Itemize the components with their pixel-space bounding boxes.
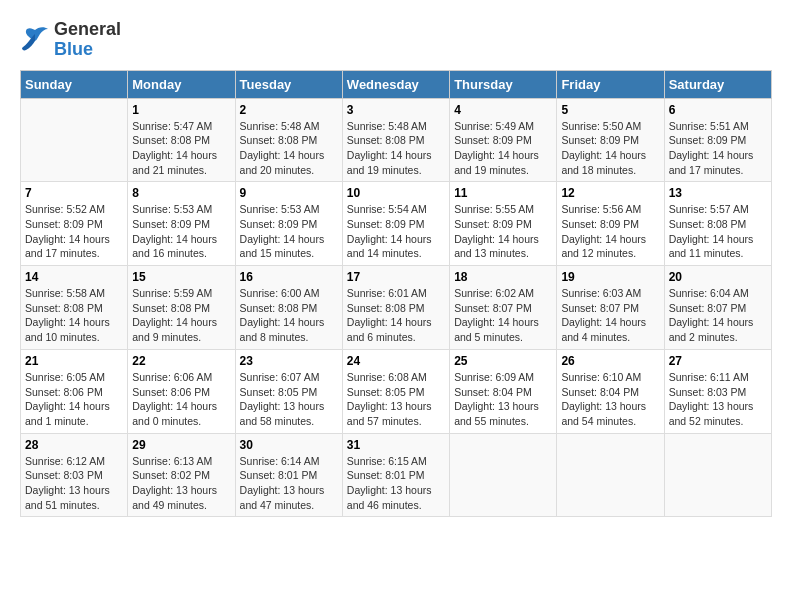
- day-number: 7: [25, 186, 123, 200]
- day-info: Sunrise: 6:12 AMSunset: 8:03 PMDaylight:…: [25, 454, 123, 513]
- day-number: 25: [454, 354, 552, 368]
- day-number: 4: [454, 103, 552, 117]
- day-number: 31: [347, 438, 445, 452]
- calendar-cell: [664, 433, 771, 517]
- day-info: Sunrise: 5:51 AMSunset: 8:09 PMDaylight:…: [669, 119, 767, 178]
- day-info: Sunrise: 6:07 AMSunset: 8:05 PMDaylight:…: [240, 370, 338, 429]
- calendar-cell: 21Sunrise: 6:05 AMSunset: 8:06 PMDayligh…: [21, 349, 128, 433]
- logo-bird-icon: [20, 26, 50, 54]
- calendar-cell: 29Sunrise: 6:13 AMSunset: 8:02 PMDayligh…: [128, 433, 235, 517]
- calendar-cell: 3Sunrise: 5:48 AMSunset: 8:08 PMDaylight…: [342, 98, 449, 182]
- day-info: Sunrise: 5:55 AMSunset: 8:09 PMDaylight:…: [454, 202, 552, 261]
- day-info: Sunrise: 6:10 AMSunset: 8:04 PMDaylight:…: [561, 370, 659, 429]
- calendar-cell: 23Sunrise: 6:07 AMSunset: 8:05 PMDayligh…: [235, 349, 342, 433]
- calendar-cell: 31Sunrise: 6:15 AMSunset: 8:01 PMDayligh…: [342, 433, 449, 517]
- column-header-saturday: Saturday: [664, 70, 771, 98]
- calendar-cell: 22Sunrise: 6:06 AMSunset: 8:06 PMDayligh…: [128, 349, 235, 433]
- day-number: 16: [240, 270, 338, 284]
- day-info: Sunrise: 6:02 AMSunset: 8:07 PMDaylight:…: [454, 286, 552, 345]
- day-info: Sunrise: 6:08 AMSunset: 8:05 PMDaylight:…: [347, 370, 445, 429]
- day-info: Sunrise: 5:54 AMSunset: 8:09 PMDaylight:…: [347, 202, 445, 261]
- day-info: Sunrise: 5:58 AMSunset: 8:08 PMDaylight:…: [25, 286, 123, 345]
- column-header-monday: Monday: [128, 70, 235, 98]
- column-header-friday: Friday: [557, 70, 664, 98]
- calendar-cell: 2Sunrise: 5:48 AMSunset: 8:08 PMDaylight…: [235, 98, 342, 182]
- logo-text-general: General: [54, 20, 121, 40]
- day-info: Sunrise: 6:14 AMSunset: 8:01 PMDaylight:…: [240, 454, 338, 513]
- day-info: Sunrise: 6:04 AMSunset: 8:07 PMDaylight:…: [669, 286, 767, 345]
- day-info: Sunrise: 5:49 AMSunset: 8:09 PMDaylight:…: [454, 119, 552, 178]
- calendar-cell: 8Sunrise: 5:53 AMSunset: 8:09 PMDaylight…: [128, 182, 235, 266]
- calendar-body: 1Sunrise: 5:47 AMSunset: 8:08 PMDaylight…: [21, 98, 772, 517]
- day-number: 23: [240, 354, 338, 368]
- calendar-cell: 5Sunrise: 5:50 AMSunset: 8:09 PMDaylight…: [557, 98, 664, 182]
- calendar-cell: 12Sunrise: 5:56 AMSunset: 8:09 PMDayligh…: [557, 182, 664, 266]
- calendar-cell: 16Sunrise: 6:00 AMSunset: 8:08 PMDayligh…: [235, 266, 342, 350]
- day-info: Sunrise: 6:11 AMSunset: 8:03 PMDaylight:…: [669, 370, 767, 429]
- day-number: 22: [132, 354, 230, 368]
- page-header: General Blue: [20, 20, 772, 60]
- calendar-cell: 1Sunrise: 5:47 AMSunset: 8:08 PMDaylight…: [128, 98, 235, 182]
- column-header-thursday: Thursday: [450, 70, 557, 98]
- day-number: 27: [669, 354, 767, 368]
- day-info: Sunrise: 5:48 AMSunset: 8:08 PMDaylight:…: [240, 119, 338, 178]
- day-number: 11: [454, 186, 552, 200]
- day-number: 12: [561, 186, 659, 200]
- day-number: 2: [240, 103, 338, 117]
- calendar-cell: 11Sunrise: 5:55 AMSunset: 8:09 PMDayligh…: [450, 182, 557, 266]
- day-info: Sunrise: 6:01 AMSunset: 8:08 PMDaylight:…: [347, 286, 445, 345]
- day-info: Sunrise: 6:09 AMSunset: 8:04 PMDaylight:…: [454, 370, 552, 429]
- day-number: 20: [669, 270, 767, 284]
- logo: General Blue: [20, 20, 121, 60]
- calendar-table: SundayMondayTuesdayWednesdayThursdayFrid…: [20, 70, 772, 518]
- calendar-cell: 17Sunrise: 6:01 AMSunset: 8:08 PMDayligh…: [342, 266, 449, 350]
- day-number: 10: [347, 186, 445, 200]
- day-info: Sunrise: 5:59 AMSunset: 8:08 PMDaylight:…: [132, 286, 230, 345]
- day-number: 1: [132, 103, 230, 117]
- day-info: Sunrise: 5:47 AMSunset: 8:08 PMDaylight:…: [132, 119, 230, 178]
- calendar-row: 7Sunrise: 5:52 AMSunset: 8:09 PMDaylight…: [21, 182, 772, 266]
- day-info: Sunrise: 5:57 AMSunset: 8:08 PMDaylight:…: [669, 202, 767, 261]
- day-number: 13: [669, 186, 767, 200]
- day-info: Sunrise: 5:53 AMSunset: 8:09 PMDaylight:…: [240, 202, 338, 261]
- calendar-row: 28Sunrise: 6:12 AMSunset: 8:03 PMDayligh…: [21, 433, 772, 517]
- calendar-cell: 26Sunrise: 6:10 AMSunset: 8:04 PMDayligh…: [557, 349, 664, 433]
- calendar-cell: 13Sunrise: 5:57 AMSunset: 8:08 PMDayligh…: [664, 182, 771, 266]
- calendar-cell: 19Sunrise: 6:03 AMSunset: 8:07 PMDayligh…: [557, 266, 664, 350]
- day-number: 26: [561, 354, 659, 368]
- day-number: 8: [132, 186, 230, 200]
- calendar-cell: [557, 433, 664, 517]
- calendar-cell: 24Sunrise: 6:08 AMSunset: 8:05 PMDayligh…: [342, 349, 449, 433]
- day-number: 14: [25, 270, 123, 284]
- day-info: Sunrise: 6:06 AMSunset: 8:06 PMDaylight:…: [132, 370, 230, 429]
- day-info: Sunrise: 6:00 AMSunset: 8:08 PMDaylight:…: [240, 286, 338, 345]
- logo-text-blue: Blue: [54, 40, 121, 60]
- calendar-cell: 25Sunrise: 6:09 AMSunset: 8:04 PMDayligh…: [450, 349, 557, 433]
- day-number: 9: [240, 186, 338, 200]
- calendar-cell: [21, 98, 128, 182]
- day-number: 21: [25, 354, 123, 368]
- calendar-cell: 7Sunrise: 5:52 AMSunset: 8:09 PMDaylight…: [21, 182, 128, 266]
- calendar-cell: 18Sunrise: 6:02 AMSunset: 8:07 PMDayligh…: [450, 266, 557, 350]
- day-number: 15: [132, 270, 230, 284]
- day-number: 29: [132, 438, 230, 452]
- calendar-cell: 15Sunrise: 5:59 AMSunset: 8:08 PMDayligh…: [128, 266, 235, 350]
- calendar-cell: 4Sunrise: 5:49 AMSunset: 8:09 PMDaylight…: [450, 98, 557, 182]
- calendar-row: 21Sunrise: 6:05 AMSunset: 8:06 PMDayligh…: [21, 349, 772, 433]
- day-info: Sunrise: 5:52 AMSunset: 8:09 PMDaylight:…: [25, 202, 123, 261]
- day-info: Sunrise: 6:03 AMSunset: 8:07 PMDaylight:…: [561, 286, 659, 345]
- day-number: 3: [347, 103, 445, 117]
- day-number: 5: [561, 103, 659, 117]
- day-number: 17: [347, 270, 445, 284]
- calendar-cell: 30Sunrise: 6:14 AMSunset: 8:01 PMDayligh…: [235, 433, 342, 517]
- day-info: Sunrise: 5:56 AMSunset: 8:09 PMDaylight:…: [561, 202, 659, 261]
- day-number: 18: [454, 270, 552, 284]
- day-info: Sunrise: 6:15 AMSunset: 8:01 PMDaylight:…: [347, 454, 445, 513]
- day-number: 24: [347, 354, 445, 368]
- day-info: Sunrise: 6:05 AMSunset: 8:06 PMDaylight:…: [25, 370, 123, 429]
- calendar-cell: 28Sunrise: 6:12 AMSunset: 8:03 PMDayligh…: [21, 433, 128, 517]
- day-info: Sunrise: 6:13 AMSunset: 8:02 PMDaylight:…: [132, 454, 230, 513]
- calendar-cell: 10Sunrise: 5:54 AMSunset: 8:09 PMDayligh…: [342, 182, 449, 266]
- column-header-sunday: Sunday: [21, 70, 128, 98]
- column-header-tuesday: Tuesday: [235, 70, 342, 98]
